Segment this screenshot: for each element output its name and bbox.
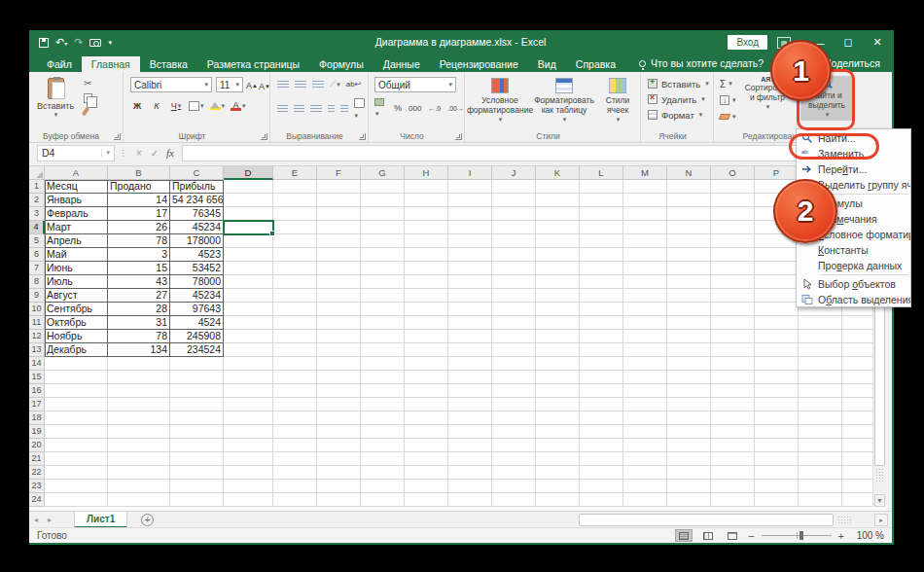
cell-L20[interactable] (580, 439, 623, 452)
cell-H23[interactable] (405, 480, 448, 493)
cell-F1[interactable] (317, 180, 361, 194)
cell-J8[interactable] (492, 275, 536, 289)
row-header-1[interactable]: 1 (29, 180, 45, 194)
cell-D14[interactable] (224, 357, 273, 371)
cell-L6[interactable] (580, 248, 623, 262)
cell-L19[interactable] (580, 425, 623, 439)
cell-E17[interactable] (273, 398, 317, 411)
cell-P12[interactable] (755, 330, 799, 343)
cell-J13[interactable] (492, 343, 536, 357)
cell-B11[interactable]: 31 (108, 316, 170, 330)
cell-N17[interactable] (667, 398, 711, 411)
cell-E10[interactable] (273, 303, 317, 316)
cell-M11[interactable] (623, 316, 667, 330)
cell-B15[interactable] (108, 371, 170, 384)
cell-Q20[interactable] (799, 439, 842, 452)
row-header-5[interactable]: 5 (29, 234, 45, 248)
cell-F7[interactable] (317, 262, 361, 275)
cell-G9[interactable] (361, 289, 405, 303)
cell-E18[interactable] (273, 411, 317, 425)
cell-A20[interactable] (45, 439, 108, 452)
cell-R15[interactable] (842, 371, 872, 384)
page-break-view-button[interactable] (724, 529, 741, 542)
zoom-slider-thumb[interactable] (800, 531, 803, 540)
row-header-7[interactable]: 7 (29, 262, 45, 275)
cell-F20[interactable] (317, 439, 361, 452)
column-header-O[interactable]: O (711, 166, 755, 180)
decrease-decimal-icon[interactable]: .00→ (447, 105, 464, 112)
fill-button[interactable]: ↓▾ (720, 93, 736, 107)
cell-N12[interactable] (667, 330, 711, 343)
cell-D12[interactable] (224, 330, 273, 343)
column-header-L[interactable]: L (580, 166, 623, 180)
wrap-text-icon[interactable]: ab↩ (346, 80, 362, 89)
cell-H17[interactable] (405, 398, 448, 411)
cell-E8[interactable] (273, 275, 317, 289)
cell-A15[interactable] (45, 371, 108, 384)
cell-C14[interactable] (170, 357, 224, 371)
cell-I21[interactable] (448, 452, 492, 466)
cell-C20[interactable] (170, 439, 224, 452)
cell-A5[interactable]: Апрель (45, 234, 108, 248)
cell-O16[interactable] (711, 384, 755, 398)
cell-E5[interactable] (273, 234, 317, 248)
menu-item-проверка-данных[interactable]: Проверка данных (797, 258, 910, 273)
cell-G6[interactable] (361, 248, 405, 262)
comma-style-button[interactable]: 000 (409, 104, 421, 113)
cell-R17[interactable] (842, 398, 872, 411)
cell-R22[interactable] (842, 466, 872, 480)
cell-G3[interactable] (361, 207, 405, 221)
autosum-button[interactable]: Σ▾ (720, 77, 736, 90)
formula-input[interactable] (182, 145, 872, 161)
cell-O18[interactable] (711, 411, 755, 425)
cell-I23[interactable] (448, 480, 492, 493)
row-header-9[interactable]: 9 (29, 289, 45, 303)
cell-I6[interactable] (448, 248, 492, 262)
cell-M17[interactable] (623, 398, 667, 411)
cell-A8[interactable]: Июль (45, 275, 108, 289)
borders-button[interactable]: ▾ (189, 98, 204, 113)
cell-K8[interactable] (536, 275, 580, 289)
cell-J18[interactable] (492, 411, 536, 425)
cell-A19[interactable] (45, 425, 108, 439)
cell-F11[interactable] (317, 316, 361, 330)
cell-D10[interactable] (224, 303, 273, 316)
cell-J9[interactable] (492, 289, 536, 303)
cell-H13[interactable] (405, 343, 448, 357)
cell-A13[interactable]: Декабрь (45, 343, 108, 357)
cell-B4[interactable]: 26 (108, 221, 170, 234)
cell-K19[interactable] (536, 425, 580, 439)
cell-B23[interactable] (108, 480, 170, 493)
cell-L13[interactable] (580, 343, 623, 357)
redo-icon[interactable]: ↷ (74, 37, 83, 48)
cell-J24[interactable] (492, 493, 536, 507)
cell-O19[interactable] (711, 425, 755, 439)
cell-I13[interactable] (448, 343, 492, 357)
cell-N23[interactable] (667, 480, 711, 493)
tab-вставка[interactable]: Вставка (140, 56, 197, 73)
cell-A14[interactable] (45, 357, 108, 371)
cell-A3[interactable]: Февраль (45, 207, 108, 221)
cell-N24[interactable] (667, 493, 711, 507)
row-header-19[interactable]: 19 (29, 425, 45, 439)
cell-B8[interactable]: 43 (108, 275, 170, 289)
clipboard-dialog-launcher-icon[interactable] (114, 133, 121, 140)
cell-B7[interactable]: 15 (108, 262, 170, 275)
cell-F12[interactable] (317, 330, 361, 343)
cell-C4[interactable]: 45234 (170, 221, 224, 234)
cell-D4[interactable] (224, 221, 273, 234)
next-sheet-icon[interactable]: ▸ (43, 516, 56, 524)
cell-C3[interactable]: 76345 (170, 207, 224, 221)
cell-N4[interactable] (667, 221, 711, 234)
cell-D23[interactable] (224, 480, 273, 493)
cell-K17[interactable] (536, 398, 580, 411)
cell-J10[interactable] (492, 303, 536, 316)
number-dialog-launcher-icon[interactable] (455, 133, 462, 140)
tab-разметка-страницы[interactable]: Разметка страницы (197, 56, 309, 73)
format-cells-button[interactable]: Формат▾ (648, 107, 709, 123)
cell-I9[interactable] (448, 289, 492, 303)
tell-me-box[interactable]: Что вы хотите сделать? (639, 57, 764, 72)
cell-B5[interactable]: 78 (108, 234, 170, 248)
cell-C1[interactable]: Прибыль (170, 180, 224, 194)
cell-C15[interactable] (170, 371, 224, 384)
